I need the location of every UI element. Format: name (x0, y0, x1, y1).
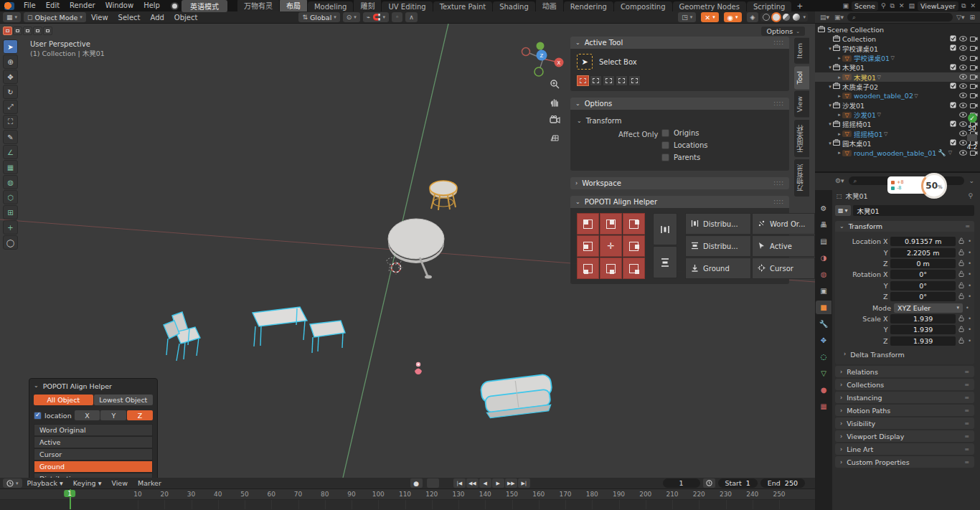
render-camera-icon[interactable] (970, 35, 978, 43)
workspace-tab-5[interactable]: Texture Paint (433, 1, 493, 11)
disclosure-triangle[interactable]: ▸ (837, 75, 842, 80)
tool-scale[interactable]: ⤢ (3, 100, 18, 114)
viewport-menu-3[interactable]: Object (169, 14, 203, 22)
outliner-row-11[interactable]: ▸▽摇摇椅01▽ (815, 129, 980, 138)
frame-end-field[interactable]: End250 (760, 478, 805, 488)
transform-value-field[interactable]: 1.939 (890, 314, 955, 324)
render-camera-icon[interactable] (970, 82, 978, 90)
animate-dot[interactable]: • (968, 338, 971, 344)
exclude-checkbox[interactable] (950, 35, 956, 43)
sidebar-tab-1[interactable]: Tool (794, 66, 809, 89)
workspace-tab-2[interactable]: Modeling (308, 1, 354, 11)
hide-eye-icon[interactable] (959, 82, 967, 90)
align-mode-word-original[interactable]: Word Original (34, 424, 153, 436)
tool-annotate[interactable]: ✎ (3, 130, 18, 144)
rendered-shading-icon[interactable] (793, 14, 800, 21)
render-camera-icon[interactable] (970, 44, 978, 52)
hide-eye-icon[interactable] (959, 35, 967, 43)
action-button-distribu-[interactable]: Distribu... (685, 213, 751, 235)
timeline-ruler[interactable]: 1020304050607080901001101201301401501601… (0, 489, 815, 500)
keying-set-blank-button[interactable] (427, 478, 439, 488)
lock-icon[interactable] (958, 249, 965, 257)
align-button-align-top-left[interactable] (577, 213, 599, 235)
add-workspace-button[interactable]: + (792, 1, 807, 10)
viewport-menu-1[interactable]: Select (113, 14, 146, 22)
object-table-1[interactable] (253, 307, 307, 346)
workspace-panel-header[interactable]: ›Workspace:::: (570, 177, 789, 189)
properties-options-icon[interactable]: ⌄ (967, 177, 976, 184)
auto-keying-clock-button[interactable] (703, 478, 715, 488)
mode-subtract-button[interactable] (603, 75, 615, 86)
filter-funnel-icon[interactable]: ▽▾ (955, 14, 966, 21)
hide-eye-icon[interactable] (959, 55, 967, 62)
location-checkbox[interactable] (34, 412, 42, 420)
close-viewlayer-icon[interactable]: ✕ (969, 2, 977, 9)
sidebar-tab-3[interactable]: 无限圣杯 (794, 120, 809, 157)
viewport-menu-2[interactable]: Add (145, 14, 169, 22)
section-collections[interactable]: ›Collections≡ (835, 379, 974, 390)
viewport-menu-0[interactable]: View (86, 14, 113, 22)
animate-dot[interactable]: • (968, 271, 971, 278)
animate-dot[interactable]: • (966, 305, 969, 311)
tool-extra-tool-4[interactable]: + (3, 220, 18, 235)
gizmos-toggle[interactable]: ◉▾ (724, 12, 742, 22)
workspace-tab-11[interactable]: Scripting (747, 1, 791, 11)
exclude-checkbox[interactable] (950, 82, 956, 90)
floating-panel-header[interactable]: ⌄POPOTI Align Helper (34, 382, 153, 390)
sidebar-tab-2[interactable]: View (794, 91, 809, 118)
outliner-row-8[interactable]: ▾沙发01 (815, 101, 980, 110)
axis-button-x[interactable]: X (75, 410, 100, 420)
align-mode-ground[interactable]: Ground (34, 461, 153, 473)
transform-value-field[interactable]: 0° (890, 281, 955, 291)
properties-tab-4[interactable]: ◍ (816, 268, 831, 281)
wireframe-shading-icon[interactable] (763, 14, 770, 21)
object-type-dropdown[interactable]: ▩▾ (835, 205, 851, 216)
topbar-menu-1[interactable]: Edit (41, 0, 65, 11)
object-sofa[interactable] (480, 374, 554, 419)
workspace-tab-7[interactable]: 动画 (536, 0, 563, 11)
workspace-tab-1[interactable]: 布局 (280, 0, 307, 11)
properties-tab-2[interactable]: ▤ (816, 235, 831, 248)
align-button-align-top[interactable] (600, 213, 622, 235)
align-button-align-left[interactable] (577, 235, 599, 257)
outliner-row-6[interactable]: ▾木质桌子02 (815, 82, 980, 91)
section-custom-properties[interactable]: ›Custom Properties≡ (835, 456, 974, 468)
gizmo-y-axis[interactable] (537, 42, 545, 50)
object-school-desk[interactable] (164, 312, 200, 361)
animate-dot[interactable]: • (968, 316, 971, 322)
exclude-checkbox[interactable] (950, 44, 956, 52)
options-dropdown[interactable]: Options⌄ (761, 27, 805, 36)
align-button-align-center[interactable]: ✛ (600, 235, 622, 257)
transport-button-4[interactable]: ▶▶ (505, 478, 517, 488)
checkbox-parents[interactable] (661, 154, 669, 161)
transform-value-field[interactable]: 0° (890, 292, 955, 301)
hide-eye-icon[interactable] (959, 102, 967, 110)
transform-pivot-dropdown[interactable]: ⊙▾ (343, 12, 360, 22)
material-shading-icon[interactable] (783, 14, 790, 21)
workspace-tab-10[interactable]: Geometry Nodes (673, 1, 746, 11)
transform-value-field[interactable]: 2.2205 m (890, 248, 955, 258)
mode-extend-button[interactable] (590, 75, 602, 86)
workspace-tab-8[interactable]: Rendering (564, 1, 613, 11)
properties-tab-10[interactable]: ▽ (816, 367, 831, 380)
hide-eye-icon[interactable] (959, 44, 967, 52)
animate-dot[interactable]: • (968, 293, 971, 300)
blender-logo-icon[interactable] (4, 2, 14, 10)
proportional-falloff-button[interactable]: ∧ (405, 12, 418, 22)
camera-view-icon[interactable] (547, 113, 562, 126)
mode-set-button[interactable] (577, 75, 589, 86)
snapping-toggle[interactable]: ⌁🧲▾ (363, 12, 389, 22)
outliner-row-2[interactable]: ▾学校课桌01 (815, 44, 980, 53)
properties-tab-0[interactable]: ⚙ (816, 202, 831, 215)
tool-extra-tool-5[interactable]: ◯ (3, 235, 18, 250)
outliner-scene-icon[interactable]: ▣▾ (833, 14, 845, 21)
lock-icon[interactable] (958, 315, 965, 323)
properties-editor-type-icon[interactable]: ⚙▾ (834, 177, 846, 184)
transform-value-field[interactable]: 0 m (890, 259, 955, 268)
workspace-tab-9[interactable]: Compositing (614, 1, 672, 11)
tool-measure[interactable]: ∠ (3, 145, 18, 159)
axis-button-y[interactable]: Y (100, 410, 126, 420)
mode-invert-button[interactable] (616, 75, 628, 86)
outliner-row-10[interactable]: ▾摇摇椅01 (815, 120, 980, 129)
scene-selector[interactable]: Scene (852, 1, 878, 11)
